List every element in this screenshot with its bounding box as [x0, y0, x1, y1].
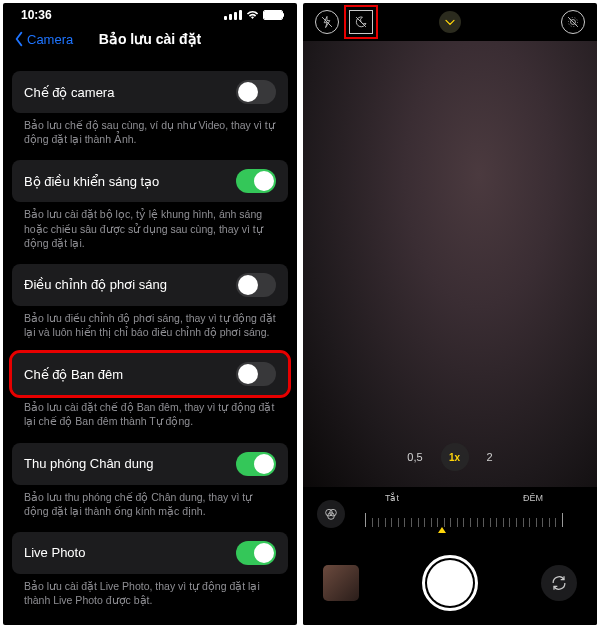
flash-toggle[interactable] — [315, 10, 339, 34]
back-button[interactable]: Camera — [13, 31, 73, 47]
setting-toggle[interactable] — [236, 80, 276, 104]
svg-line-4 — [568, 17, 578, 27]
setting-label: Điều chỉnh độ phơi sáng — [24, 277, 167, 292]
dial-pointer-icon — [438, 527, 446, 533]
setting-block: Chế độ Ban đêmBảo lưu cài đặt chế độ Ban… — [12, 353, 288, 428]
setting-row[interactable]: Điều chỉnh độ phơi sáng — [12, 264, 288, 306]
setting-toggle[interactable] — [236, 541, 276, 565]
live-photo-toggle[interactable] — [561, 10, 585, 34]
status-indicators — [224, 10, 283, 20]
night-mode-toggle[interactable] — [349, 10, 373, 34]
exposure-dial-row: Tắt ĐÊM — [303, 487, 597, 541]
camera-viewfinder[interactable]: 0,5 1x 2 — [303, 41, 597, 487]
chevron-down-icon — [444, 18, 456, 26]
setting-description: Bảo lưu cài đặt chế độ Ban đêm, thay vì … — [12, 395, 288, 428]
cellular-signal-icon — [224, 10, 242, 20]
flip-camera-icon — [549, 573, 569, 593]
setting-row[interactable]: Chế độ Ban đêm — [12, 353, 288, 395]
filters-button[interactable] — [317, 500, 345, 528]
dial-right-label: ĐÊM — [523, 493, 543, 503]
setting-label: Thu phóng Chân dung — [24, 456, 153, 471]
setting-toggle[interactable] — [236, 273, 276, 297]
live-photo-off-icon — [566, 15, 580, 29]
status-time: 10:36 — [21, 8, 52, 22]
setting-label: Chế độ Ban đêm — [24, 367, 123, 382]
setting-block: Bộ điều khiển sáng tạoBảo lưu cài đặt bộ… — [12, 160, 288, 250]
setting-description: Bảo lưu cài đặt bộ lọc, tỷ lệ khung hình… — [12, 202, 288, 250]
setting-block: Điều chỉnh độ phơi sángBảo lưu điều chỉn… — [12, 264, 288, 339]
status-bar: 10:36 — [3, 3, 297, 25]
chevron-left-icon — [13, 31, 25, 47]
setting-toggle[interactable] — [236, 169, 276, 193]
dial-left-label: Tắt — [385, 493, 399, 503]
setting-description: Bảo lưu thu phóng chế độ Chân dung, thay… — [12, 485, 288, 518]
flip-camera-button[interactable] — [541, 565, 577, 601]
setting-row[interactable]: Bộ điều khiển sáng tạo — [12, 160, 288, 202]
zoom-level-0[interactable]: 0,5 — [407, 451, 422, 463]
settings-list[interactable]: Chế độ cameraBảo lưu chế độ sau cùng, ví… — [3, 57, 297, 625]
camera-options-chevron[interactable] — [439, 11, 461, 33]
exposure-dial[interactable]: Tắt ĐÊM — [345, 487, 583, 541]
camera-top-bar — [303, 3, 597, 41]
camera-screen: 0,5 1x 2 Tắt ĐÊM — [303, 3, 597, 625]
setting-block: Chế độ cameraBảo lưu chế độ sau cùng, ví… — [12, 71, 288, 146]
gallery-thumbnail[interactable] — [323, 565, 359, 601]
zoom-selector[interactable]: 0,5 1x 2 — [303, 443, 597, 487]
setting-block: Live PhotoBảo lưu cài đặt Live Photo, th… — [12, 532, 288, 607]
setting-description: Bảo lưu điều chỉnh độ phơi sáng, thay vì… — [12, 306, 288, 339]
camera-bottom-bar — [303, 541, 597, 625]
setting-description: Bảo lưu cài đặt Live Photo, thay vì tự đ… — [12, 574, 288, 607]
setting-row[interactable]: Chế độ camera — [12, 71, 288, 113]
back-label: Camera — [27, 32, 73, 47]
setting-toggle[interactable] — [236, 362, 276, 386]
setting-row[interactable]: Thu phóng Chân dung — [12, 443, 288, 485]
shutter-button[interactable] — [422, 555, 478, 611]
setting-label: Bộ điều khiển sáng tạo — [24, 174, 159, 189]
settings-screen: 10:36 Camera Bảo lưu cài đặt Chế độ came… — [3, 3, 297, 625]
setting-toggle[interactable] — [236, 452, 276, 476]
zoom-level-1[interactable]: 1x — [441, 443, 469, 471]
battery-icon — [263, 10, 283, 20]
zoom-level-2[interactable]: 2 — [487, 451, 493, 463]
wifi-icon — [246, 10, 259, 20]
flash-off-icon — [320, 15, 334, 29]
setting-label: Chế độ camera — [24, 85, 114, 100]
setting-description: Bảo lưu chế độ sau cùng, ví dụ như Video… — [12, 113, 288, 146]
setting-row[interactable]: Live Photo — [12, 532, 288, 574]
night-mode-off-icon — [354, 15, 368, 29]
setting-block: Thu phóng Chân dungBảo lưu thu phóng chế… — [12, 443, 288, 518]
setting-label: Live Photo — [24, 545, 85, 560]
nav-bar: Camera Bảo lưu cài đặt — [3, 25, 297, 57]
filters-icon — [323, 506, 339, 522]
